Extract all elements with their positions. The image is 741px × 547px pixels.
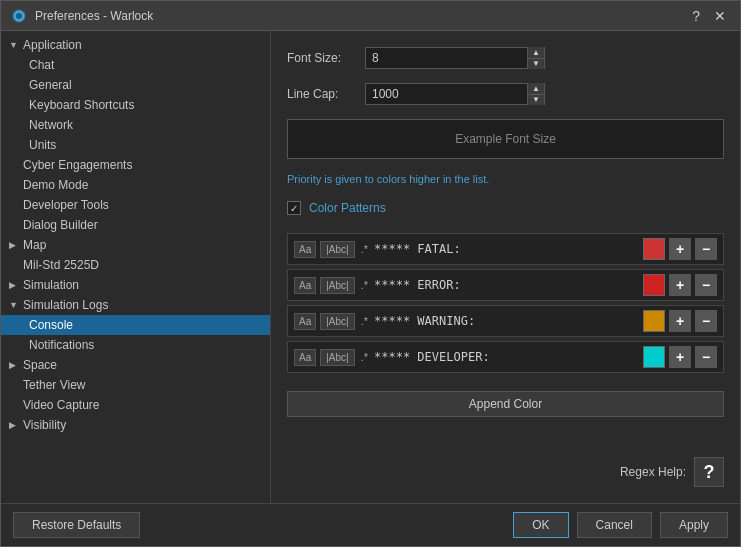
sidebar-item-network[interactable]: Network: [1, 115, 270, 135]
expand-icon-visibility: ▶: [9, 420, 19, 430]
sidebar-item-visibility[interactable]: ▶ Visibility: [1, 415, 270, 435]
sidebar: ▼ Application Chat General Keyboard Shor…: [1, 31, 271, 503]
sidebar-item-simulation[interactable]: ▶ Simulation: [1, 275, 270, 295]
sidebar-item-console[interactable]: Console: [1, 315, 270, 335]
line-cap-input-wrap: ▲ ▼: [365, 83, 545, 105]
cancel-button[interactable]: Cancel: [577, 512, 652, 538]
developer-dot: .*: [359, 351, 370, 363]
error-add-btn[interactable]: +: [669, 274, 691, 296]
error-color-swatch[interactable]: [643, 274, 665, 296]
sidebar-item-map[interactable]: ▶ Map: [1, 235, 270, 255]
expand-icon-application: ▼: [9, 40, 19, 50]
sidebar-label-visibility: Visibility: [23, 418, 66, 432]
regex-help-row: Regex Help: ?: [287, 447, 724, 487]
sidebar-label-network: Network: [29, 118, 73, 132]
developer-abc-btn[interactable]: |Abc|: [320, 349, 354, 366]
warning-remove-btn[interactable]: −: [695, 310, 717, 332]
sidebar-item-dialog-builder[interactable]: Dialog Builder: [1, 215, 270, 235]
developer-add-btn[interactable]: +: [669, 346, 691, 368]
ok-button[interactable]: OK: [513, 512, 568, 538]
sidebar-item-application[interactable]: ▼ Application: [1, 35, 270, 55]
error-dot: .*: [359, 279, 370, 291]
font-size-row: Font Size: ▲ ▼: [287, 47, 724, 69]
fatal-aa-btn[interactable]: Aa: [294, 241, 316, 258]
developer-aa-btn[interactable]: Aa: [294, 349, 316, 366]
sidebar-label-mil-std: Mil-Std 2525D: [23, 258, 99, 272]
sidebar-label-keyboard-shortcuts: Keyboard Shortcuts: [29, 98, 134, 112]
fatal-pattern-input[interactable]: [374, 242, 639, 256]
title-bar-right: ? ✕: [688, 9, 730, 23]
bottom-right: OK Cancel Apply: [513, 512, 728, 538]
error-pattern-input[interactable]: [374, 278, 639, 292]
fatal-remove-btn[interactable]: −: [695, 238, 717, 260]
error-aa-btn[interactable]: Aa: [294, 277, 316, 294]
warning-add-btn[interactable]: +: [669, 310, 691, 332]
restore-defaults-button[interactable]: Restore Defaults: [13, 512, 140, 538]
sidebar-item-video-capture[interactable]: Video Capture: [1, 395, 270, 415]
line-cap-spinners: ▲ ▼: [527, 83, 544, 105]
sidebar-item-simulation-logs[interactable]: ▼ Simulation Logs: [1, 295, 270, 315]
color-patterns-label: Color Patterns: [309, 201, 386, 215]
line-cap-decrement[interactable]: ▼: [528, 94, 544, 105]
sidebar-label-video-capture: Video Capture: [23, 398, 100, 412]
fatal-add-btn[interactable]: +: [669, 238, 691, 260]
table-row: Aa |Abc| .* + −: [287, 305, 724, 337]
sidebar-label-notifications: Notifications: [29, 338, 94, 352]
sidebar-label-dialog-builder: Dialog Builder: [23, 218, 98, 232]
sidebar-item-notifications[interactable]: Notifications: [1, 335, 270, 355]
sidebar-item-mil-std[interactable]: Mil-Std 2525D: [1, 255, 270, 275]
bottom-bar: Restore Defaults OK Cancel Apply: [1, 503, 740, 546]
expand-icon-simulation: ▶: [9, 280, 19, 290]
line-cap-row: Line Cap: ▲ ▼: [287, 83, 724, 105]
line-cap-label: Line Cap:: [287, 87, 357, 101]
sidebar-item-tether-view[interactable]: Tether View: [1, 375, 270, 395]
apply-button[interactable]: Apply: [660, 512, 728, 538]
fatal-color-swatch[interactable]: [643, 238, 665, 260]
font-size-input[interactable]: [366, 48, 527, 68]
warning-pattern-input[interactable]: [374, 314, 639, 328]
warning-aa-btn[interactable]: Aa: [294, 313, 316, 330]
sidebar-label-space: Space: [23, 358, 57, 372]
developer-remove-btn[interactable]: −: [695, 346, 717, 368]
sidebar-label-application: Application: [23, 38, 82, 52]
append-color-button[interactable]: Append Color: [287, 391, 724, 417]
sidebar-item-keyboard-shortcuts[interactable]: Keyboard Shortcuts: [1, 95, 270, 115]
font-size-decrement[interactable]: ▼: [528, 58, 544, 69]
sidebar-item-chat[interactable]: Chat: [1, 55, 270, 75]
color-patterns-checkbox[interactable]: [287, 201, 301, 215]
fatal-abc-btn[interactable]: |Abc|: [320, 241, 354, 258]
example-font-box: Example Font Size: [287, 119, 724, 159]
sidebar-label-simulation: Simulation: [23, 278, 79, 292]
sidebar-item-demo-mode[interactable]: Demo Mode: [1, 175, 270, 195]
close-button[interactable]: ✕: [710, 9, 730, 23]
sidebar-label-cyber-engagements: Cyber Engagements: [23, 158, 132, 172]
warning-color-swatch[interactable]: [643, 310, 665, 332]
warning-dot: .*: [359, 315, 370, 327]
sidebar-item-cyber-engagements[interactable]: Cyber Engagements: [1, 155, 270, 175]
error-remove-btn[interactable]: −: [695, 274, 717, 296]
color-rows-container: Aa |Abc| .* + − Aa |Abc| .* + −: [287, 233, 724, 373]
title-bar: Preferences - Warlock ? ✕: [1, 1, 740, 31]
sidebar-label-map: Map: [23, 238, 46, 252]
fatal-dot: .*: [359, 243, 370, 255]
sidebar-item-developer-tools[interactable]: Developer Tools: [1, 195, 270, 215]
warning-abc-btn[interactable]: |Abc|: [320, 313, 354, 330]
developer-color-swatch[interactable]: [643, 346, 665, 368]
sidebar-label-demo-mode: Demo Mode: [23, 178, 88, 192]
sidebar-item-units[interactable]: Units: [1, 135, 270, 155]
sidebar-label-console: Console: [29, 318, 73, 332]
regex-help-label: Regex Help:: [620, 465, 686, 479]
window-title: Preferences - Warlock: [35, 9, 153, 23]
line-cap-increment[interactable]: ▲: [528, 83, 544, 94]
sidebar-item-space[interactable]: ▶ Space: [1, 355, 270, 375]
bottom-left: Restore Defaults: [13, 512, 140, 538]
svg-point-1: [16, 13, 22, 19]
sidebar-label-simulation-logs: Simulation Logs: [23, 298, 108, 312]
sidebar-item-general[interactable]: General: [1, 75, 270, 95]
regex-help-button[interactable]: ?: [694, 457, 724, 487]
line-cap-input[interactable]: [366, 84, 527, 104]
font-size-increment[interactable]: ▲: [528, 47, 544, 58]
help-button[interactable]: ?: [688, 9, 704, 23]
developer-pattern-input[interactable]: [374, 350, 639, 364]
error-abc-btn[interactable]: |Abc|: [320, 277, 354, 294]
